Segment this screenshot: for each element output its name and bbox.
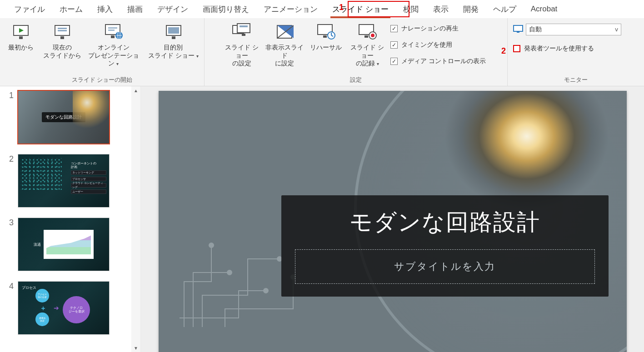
arrow-icon: ➔	[54, 304, 59, 312]
menu-view[interactable]: 表示	[426, 1, 456, 17]
scroll-up-button[interactable]: ▲	[131, 86, 140, 94]
thumbnail-chart	[44, 230, 94, 259]
chevron-down-icon: ▾	[377, 61, 379, 66]
online-presentation-label: オンライン プレゼンテーション▾	[85, 44, 142, 68]
ribbon-group-start-label: スライド ショーの開始	[72, 75, 133, 84]
svg-rect-24	[323, 35, 327, 38]
menu-animations[interactable]: アニメーション	[256, 1, 325, 17]
checkbox-checked-icon: ✓	[390, 41, 398, 49]
timing-label: タイミングを使用	[401, 41, 452, 49]
from-current-button[interactable]: 現在の スライドから	[42, 21, 83, 60]
ribbon-group-setup: スライド ショー の設定 非表示スライド に設定 リハーサル スライド ショー …	[205, 18, 508, 86]
record-slideshow-icon	[356, 23, 378, 41]
svg-rect-19	[240, 25, 248, 27]
setup-slideshow-label: スライド ショー の設定	[222, 44, 261, 68]
thumbnail-number: 3	[5, 218, 14, 271]
svg-rect-10	[108, 30, 115, 31]
menu-developer[interactable]: 開発	[456, 1, 486, 17]
diagram-node: 規模を 決定	[35, 312, 49, 326]
list-item: ユーザー	[71, 189, 106, 194]
from-beginning-button[interactable]: 最初から	[2, 21, 40, 53]
custom-slideshow-button[interactable]: 目的別 スライド ショー▾	[145, 21, 203, 60]
thumbnail-number: 1	[5, 91, 14, 144]
checkbox-unchecked-icon: ✓	[513, 45, 520, 52]
menu-help[interactable]: ヘルプ	[486, 1, 524, 17]
hide-slide-icon	[274, 23, 295, 41]
thumbnail-slide: 流通	[18, 218, 109, 271]
thumbnail-slide: モダンな回路設計	[18, 91, 109, 144]
timing-checkbox[interactable]: ✓ タイミングを使用	[390, 39, 489, 51]
rehearse-button[interactable]: リハーサル	[307, 21, 345, 53]
record-slideshow-button[interactable]: スライド ショー の記録▾	[347, 21, 388, 69]
plus-icon: ＋	[40, 304, 46, 312]
menu-home[interactable]: ホーム	[52, 1, 90, 17]
menu-acrobat[interactable]: Acrobat	[524, 2, 565, 16]
monitor-select-value: 自動	[529, 25, 542, 34]
setup-slideshow-icon	[231, 23, 253, 41]
media-controls-checkbox[interactable]: ✓ メディア コントロールの表示	[390, 55, 489, 67]
thumbnail-slide: コンポーネントの 計画 ネットワーキング プロセッサ クラウド コンピューティン…	[18, 154, 109, 207]
thumbnail-3[interactable]: 3 流通	[5, 218, 131, 271]
hide-slide-label: 非表示スライド に設定	[265, 44, 304, 68]
menu-slideshow[interactable]: スライド ショー	[325, 1, 396, 17]
svg-rect-1	[19, 36, 23, 39]
chevron-down-icon: ⅴ	[615, 26, 618, 33]
setup-checkbox-column: ✓ ナレーションの再生 ✓ タイミングを使用 ✓ メディア コントロールの表示	[389, 21, 490, 67]
monitor-icon	[513, 25, 523, 35]
svg-rect-29	[364, 35, 368, 38]
ribbon-group-start: 最初から 現在の スライドから オンライン プレゼンテーション▾ 目的別 スライ…	[0, 18, 205, 86]
menu-file[interactable]: ファイル	[7, 1, 52, 17]
narration-checkbox[interactable]: ✓ ナレーションの再生	[390, 23, 489, 35]
menu-draw[interactable]: 描画	[120, 1, 150, 17]
ribbon-group-setup-label: 設定	[350, 75, 362, 84]
diagram-node: アクセス 等の分析	[35, 289, 49, 302]
menu-insert[interactable]: 挿入	[90, 1, 120, 17]
presenter-view-checkbox[interactable]: ✓ 発表者ツールを使用する	[513, 43, 621, 55]
svg-rect-32	[514, 25, 523, 31]
rehearse-icon	[315, 23, 337, 41]
record-slideshow-label: スライド ショー の記録▾	[348, 44, 387, 68]
list-item: クラウド コンピューティング	[71, 183, 106, 188]
slide-canvas[interactable]: モダンな回路設計 サブタイトルを入力	[159, 91, 627, 352]
thumbnail-scrollbar[interactable]: ▲ ▼	[131, 86, 140, 352]
thumbnail-2[interactable]: 2 コンポーネントの 計画 ネットワーキング プロセッサ クラウド コンピューテ…	[5, 154, 131, 207]
svg-rect-9	[108, 27, 117, 29]
chevron-down-icon: ▾	[196, 54, 199, 59]
menubar: ファイル ホーム 挿入 描画 デザイン 画面切り替え アニメーション スライド …	[0, 0, 644, 18]
menu-transitions[interactable]: 画面切り替え	[195, 1, 256, 17]
chevron-down-icon: ▾	[116, 61, 119, 66]
monitor-select[interactable]: 自動 ⅴ	[526, 24, 621, 35]
ribbon-group-monitor: 自動 ⅴ ✓ 発表者ツールを使用する モニター 2	[508, 18, 644, 86]
current-slide-icon	[51, 23, 73, 41]
thumbnail-4[interactable]: 4 プロセス アクセス 等の分析 ＋ 規模を 決定 ➔ テクノロ ジーを選択	[5, 282, 131, 334]
rehearse-label: リハーサル	[310, 44, 342, 52]
online-presentation-icon	[103, 23, 125, 41]
online-presentation-button[interactable]: オンライン プレゼンテーション▾	[85, 21, 143, 69]
play-slide-icon	[10, 23, 32, 41]
slide-subtitle-placeholder[interactable]: サブタイトルを入力	[295, 249, 595, 284]
svg-point-34	[209, 243, 214, 248]
setup-slideshow-button[interactable]: スライド ショー の設定	[221, 21, 262, 69]
from-beginning-label: 最初から	[8, 44, 34, 52]
narration-label: ナレーションの再生	[401, 25, 459, 33]
slide-title[interactable]: モダンな回路設計	[295, 207, 595, 238]
thumbnail-number: 2	[5, 154, 14, 207]
thumbnail-list: 1 モダンな回路設計 2 コンポーネントの 計画 ネットワーキング プロセッサ …	[0, 86, 131, 352]
title-block: モダンな回路設計 サブタイトルを入力	[281, 195, 609, 297]
list-item: プロセッサ	[71, 177, 106, 181]
svg-point-31	[371, 34, 374, 37]
scroll-down-button[interactable]: ▼	[131, 344, 140, 352]
svg-rect-15	[168, 27, 179, 34]
svg-rect-5	[58, 28, 67, 29]
ribbon: 最初から 現在の スライドから オンライン プレゼンテーション▾ 目的別 スライ…	[0, 18, 644, 86]
thumbnail-number: 4	[5, 282, 14, 334]
from-current-label: 現在の スライドから	[43, 44, 81, 59]
diagram-node: テクノロ ジーを選択	[63, 296, 90, 323]
menu-design[interactable]: デザイン	[150, 1, 195, 17]
list-item: ネットワーキング	[71, 170, 106, 175]
thumbnail-1[interactable]: 1 モダンな回路設計	[5, 91, 131, 144]
hide-slide-button[interactable]: 非表示スライド に設定	[264, 21, 305, 69]
menu-review[interactable]: 校閲	[396, 1, 426, 17]
thumbnail-title: 流通	[34, 242, 41, 247]
svg-rect-6	[58, 30, 67, 31]
